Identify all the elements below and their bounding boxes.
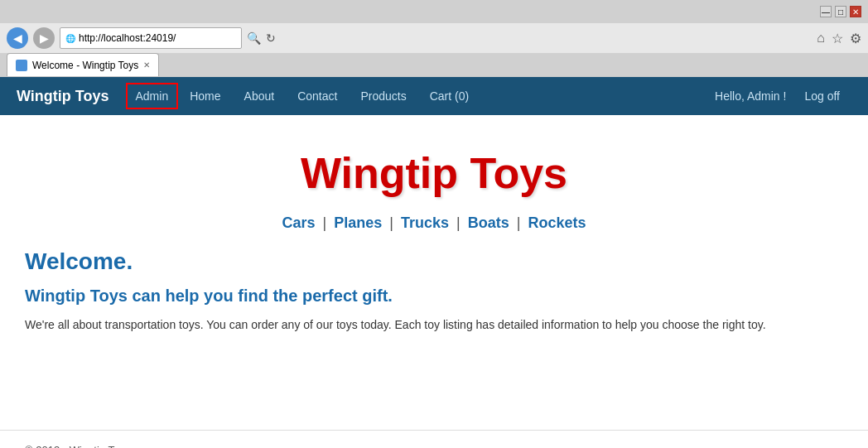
category-links: Cars | Planes | Trucks | Boats | Rockets bbox=[25, 206, 843, 248]
nav-right: Hello, Admin ! Log off bbox=[715, 79, 851, 113]
category-boats[interactable]: Boats bbox=[468, 214, 509, 231]
tab-title: Welcome - Wingtip Toys bbox=[32, 60, 138, 71]
logoff-link[interactable]: Log off bbox=[793, 79, 851, 113]
sep-1: | bbox=[323, 214, 327, 231]
nav-link-products[interactable]: Products bbox=[349, 79, 417, 113]
navbar-brand[interactable]: Wingtip Toys bbox=[17, 88, 109, 105]
nav-link-cart[interactable]: Cart (0) bbox=[418, 79, 480, 113]
navbar: Wingtip Toys Admin Home About Contact Pr… bbox=[0, 77, 868, 115]
tab-bar: Welcome - Wingtip Toys ✕ bbox=[0, 53, 868, 76]
maximize-button[interactable]: □ bbox=[835, 6, 846, 17]
sep-3: | bbox=[456, 214, 461, 231]
nav-link-admin[interactable]: Admin bbox=[126, 83, 179, 109]
category-rockets[interactable]: Rockets bbox=[528, 214, 586, 231]
home-icon[interactable]: ⌂ bbox=[817, 31, 825, 46]
welcome-subheading: Wingtip Toys can help you find the perfe… bbox=[25, 287, 843, 306]
site-title: Wingtip Toys bbox=[25, 132, 843, 206]
category-trucks[interactable]: Trucks bbox=[401, 214, 449, 231]
url-bar[interactable]: 🌐 http://localhost:24019/ bbox=[60, 27, 242, 49]
settings-icon[interactable]: ⚙ bbox=[850, 31, 861, 46]
minimize-button[interactable]: — bbox=[820, 6, 832, 17]
back-button[interactable]: ◀ bbox=[7, 27, 28, 49]
search-icon[interactable]: 🔍 bbox=[247, 31, 261, 45]
forward-button[interactable]: ▶ bbox=[33, 27, 55, 49]
tab-close-icon[interactable]: ✕ bbox=[143, 60, 150, 70]
welcome-heading: Welcome. bbox=[25, 248, 843, 275]
category-cars[interactable]: Cars bbox=[282, 214, 315, 231]
nav-links: Admin Home About Contact Products Cart (… bbox=[126, 79, 716, 113]
refresh-icon[interactable]: ↻ bbox=[266, 31, 276, 45]
welcome-text: We're all about transportation toys. You… bbox=[25, 316, 820, 334]
favorites-icon[interactable]: ☆ bbox=[832, 31, 843, 46]
sep-2: | bbox=[389, 214, 393, 231]
nav-link-home[interactable]: Home bbox=[178, 79, 232, 113]
url-text: http://localhost:24019/ bbox=[79, 32, 176, 44]
main-content: Wingtip Toys Cars | Planes | Trucks | Bo… bbox=[0, 115, 868, 430]
copyright-text: © 2013 - Wingtip Toys bbox=[25, 444, 130, 448]
browser-window: — □ ✕ ◀ ▶ 🌐 http://localhost:24019/ 🔍 ↻ … bbox=[0, 0, 868, 77]
category-planes[interactable]: Planes bbox=[334, 214, 382, 231]
sep-4: | bbox=[517, 214, 521, 231]
nav-link-contact[interactable]: Contact bbox=[286, 79, 349, 113]
tab-favicon bbox=[16, 60, 27, 71]
footer: © 2013 - Wingtip Toys bbox=[0, 430, 868, 448]
active-tab[interactable]: Welcome - Wingtip Toys ✕ bbox=[7, 53, 159, 76]
address-bar: ◀ ▶ 🌐 http://localhost:24019/ 🔍 ↻ ⌂ ☆ ⚙ bbox=[0, 23, 868, 53]
title-bar: — □ ✕ bbox=[0, 0, 868, 23]
hello-text: Hello, Admin ! bbox=[715, 89, 786, 103]
nav-link-about[interactable]: About bbox=[233, 79, 287, 113]
lock-icon: 🌐 bbox=[65, 34, 75, 43]
close-button[interactable]: ✕ bbox=[850, 6, 861, 17]
